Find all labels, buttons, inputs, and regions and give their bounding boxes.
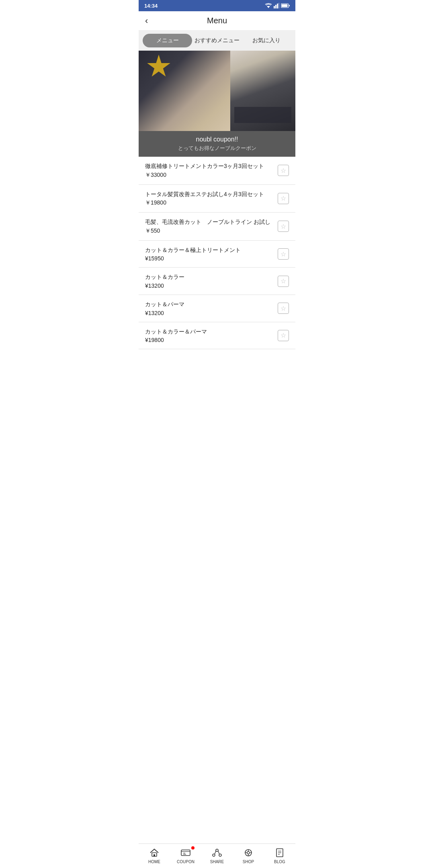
tab-bar: メニュー おすすめメニュー お気に入り bbox=[139, 31, 295, 51]
menu-item-text: 毛髪、毛流改善カット ノーブルトライン お試し ￥550 bbox=[145, 218, 274, 235]
favorite-button[interactable]: ☆ bbox=[278, 165, 289, 176]
star-icon: ☆ bbox=[280, 223, 286, 230]
tab-menu[interactable]: メニュー bbox=[143, 34, 192, 47]
battery-icon bbox=[281, 3, 290, 8]
favorite-button[interactable]: ☆ bbox=[278, 248, 289, 260]
star-icon: ☆ bbox=[280, 194, 286, 202]
menu-item-price: ¥13200 bbox=[145, 310, 274, 316]
svg-rect-7 bbox=[282, 4, 288, 7]
menu-item[interactable]: 毛髪、毛流改善カット ノーブルトライン お試し ￥550 ☆ bbox=[139, 213, 295, 241]
favorite-button[interactable]: ☆ bbox=[278, 303, 289, 314]
star-icon: ☆ bbox=[280, 167, 286, 174]
menu-item-text: カット＆カラー ¥13200 bbox=[145, 273, 274, 289]
tab-favorites[interactable]: お気に入り bbox=[242, 34, 291, 47]
menu-item-text: トータル髪質改善エステお試し4ヶ月3回セット ￥19800 bbox=[145, 190, 274, 207]
tab-recommended[interactable]: おすすめメニュー bbox=[192, 34, 242, 47]
star-icon: ☆ bbox=[280, 250, 286, 258]
hero-image-right bbox=[230, 51, 296, 131]
menu-item-price: ¥19800 bbox=[145, 337, 274, 343]
menu-item[interactable]: カット＆カラー ¥13200 ☆ bbox=[139, 268, 295, 295]
menu-item[interactable]: 徹底補修トリートメントカラー3ヶ月3回セット ￥33000 ☆ bbox=[139, 157, 295, 185]
menu-item-text: カット＆パーマ ¥13200 bbox=[145, 301, 274, 316]
svg-rect-1 bbox=[274, 6, 275, 8]
menu-item[interactable]: カット＆カラー＆パーマ ¥19800 ☆ bbox=[139, 322, 295, 350]
hero-image-left bbox=[139, 51, 230, 131]
status-bar: 14:34 bbox=[139, 0, 295, 11]
coupon-subtitle: とってもお得なノーブルクーポン bbox=[145, 145, 289, 152]
page-title: Menu bbox=[207, 16, 227, 25]
menu-item-name: カット＆カラー＆パーマ bbox=[145, 328, 274, 336]
svg-rect-6 bbox=[289, 5, 290, 6]
menu-item[interactable]: トータル髪質改善エステお試し4ヶ月3回セット ￥19800 ☆ bbox=[139, 185, 295, 213]
favorite-button[interactable]: ☆ bbox=[278, 193, 289, 204]
svg-rect-2 bbox=[275, 5, 276, 8]
svg-rect-3 bbox=[277, 4, 278, 8]
star-icon: ☆ bbox=[280, 277, 286, 285]
hero-image bbox=[139, 51, 295, 131]
star-icon: ☆ bbox=[280, 305, 286, 312]
menu-item-name: トータル髪質改善エステお試し4ヶ月3回セット bbox=[145, 190, 274, 199]
menu-item-name: 毛髪、毛流改善カット ノーブルトライン お試し bbox=[145, 218, 274, 226]
coupon-title: noubl coupon!! bbox=[145, 136, 289, 143]
coupon-banner: noubl coupon!! とってもお得なノーブルクーポン bbox=[139, 131, 295, 157]
back-button[interactable]: ‹ bbox=[145, 16, 148, 26]
menu-item-name: カット＆カラー＆極上トリートメント bbox=[145, 246, 274, 254]
wifi-icon bbox=[265, 3, 272, 8]
menu-item-price: ￥550 bbox=[145, 227, 274, 235]
svg-rect-4 bbox=[278, 3, 279, 8]
svg-marker-0 bbox=[267, 6, 270, 8]
favorite-button[interactable]: ☆ bbox=[278, 221, 289, 232]
menu-item-name: カット＆パーマ bbox=[145, 301, 274, 309]
menu-item-name: カット＆カラー bbox=[145, 273, 274, 281]
status-icons bbox=[265, 3, 290, 8]
time: 14:34 bbox=[144, 3, 158, 9]
menu-item-price: ¥15950 bbox=[145, 255, 274, 262]
menu-list: 徹底補修トリートメントカラー3ヶ月3回セット ￥33000 ☆ トータル髪質改善… bbox=[139, 157, 295, 381]
star-icon: ☆ bbox=[280, 332, 286, 339]
menu-item-price: ￥33000 bbox=[145, 172, 274, 179]
favorite-button[interactable]: ☆ bbox=[278, 330, 289, 341]
favorite-button[interactable]: ☆ bbox=[278, 276, 289, 287]
menu-item-text: 徹底補修トリートメントカラー3ヶ月3回セット ￥33000 bbox=[145, 162, 274, 179]
menu-item-price: ￥19800 bbox=[145, 199, 274, 207]
menu-item-price: ¥13200 bbox=[145, 283, 274, 289]
menu-item-text: カット＆カラー＆パーマ ¥19800 bbox=[145, 328, 274, 344]
signal-icon bbox=[274, 3, 279, 8]
header: ‹ Menu bbox=[139, 11, 295, 31]
menu-item-text: カット＆カラー＆極上トリートメント ¥15950 bbox=[145, 246, 274, 262]
menu-item-name: 徹底補修トリートメントカラー3ヶ月3回セット bbox=[145, 162, 274, 170]
menu-item[interactable]: カット＆カラー＆極上トリートメント ¥15950 ☆ bbox=[139, 241, 295, 268]
menu-item[interactable]: カット＆パーマ ¥13200 ☆ bbox=[139, 295, 295, 322]
